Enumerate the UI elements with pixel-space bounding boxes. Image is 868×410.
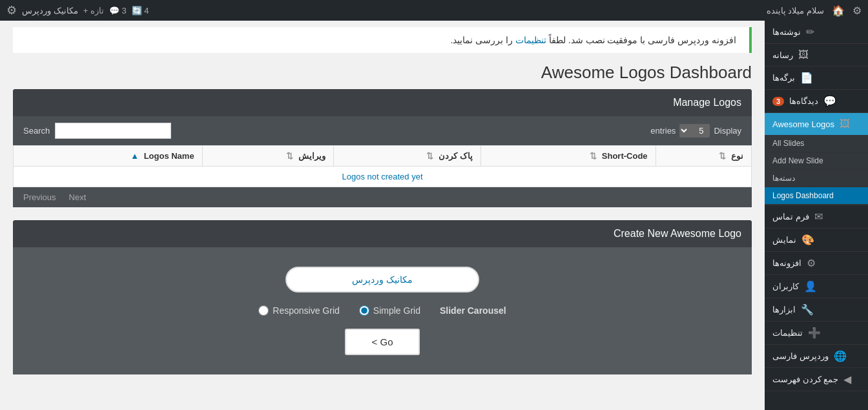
wp-logo[interactable]: ⚙ — [852, 5, 862, 17]
create-body: مکانیک وردپرس Slider Carousel Simple Gri… — [13, 247, 752, 374]
go-button[interactable]: < Go — [345, 329, 420, 355]
manage-logos-header: Manage Logos — [13, 89, 752, 116]
user-greeting[interactable]: سلام میلاد پاینده — [767, 6, 824, 15]
adminbar-right: سلام میلاد پاینده 🏠 ⚙ — [767, 5, 862, 17]
collapse-label: جمع کردن فهرست — [772, 374, 838, 384]
media-label: رسانه — [772, 50, 793, 60]
categories-link[interactable]: دسته‌ها — [765, 170, 868, 187]
sidebar-item-collapse[interactable]: ◀ جمع کردن فهرست — [765, 368, 868, 391]
logos-dashboard-link[interactable]: Logos Dashboard — [765, 187, 868, 204]
logos-table: Logos Name ▲ ویرایش ⇅ پاک کردن ⇅ Short-C… — [13, 145, 752, 187]
sidebar-item-comments[interactable]: 💬 دیدگاه‌ها 3 — [765, 90, 868, 113]
manage-logos-section: Manage Logos Display 5 10 25 entries Sea… — [13, 89, 752, 207]
sort-arrow-type: ⇅ — [719, 151, 726, 161]
sidebar-item-contact[interactable]: ✉ فرم تماس — [765, 205, 868, 229]
next-link[interactable]: Next — [69, 192, 87, 202]
appearance-icon: 🎨 — [801, 234, 814, 246]
page-title-area: Awesome Logos Dashboard — [0, 53, 765, 89]
search-input[interactable] — [55, 123, 171, 139]
logo-input-text: مکانیک وردپرس — [352, 274, 413, 285]
col-logos-name[interactable]: Logos Name ▲ — [14, 146, 203, 167]
search-area: Search — [23, 123, 171, 139]
awesome-logos-submenu: All Slides Add New Slide دسته‌ها Logos D… — [765, 135, 868, 205]
simple-grid-label: Simple Grid — [373, 305, 420, 316]
submenu-logos-dashboard[interactable]: Logos Dashboard — [765, 187, 868, 205]
appearance-label: نمایش — [772, 235, 796, 245]
settings-label: تنظیمات — [772, 328, 803, 338]
sidebar-item-wp-persian[interactable]: 🌐 وردپرس فارسی — [765, 345, 868, 368]
type-label: نوع — [731, 151, 743, 161]
manage-logos-title: Manage Logos — [23, 97, 741, 108]
posts-label: نوشته‌ها — [772, 27, 801, 37]
comments-badge[interactable]: 💬 3 — [109, 6, 127, 15]
admin-bar: ⚙ مکانیک وردپرس + تازه 💬 3 🔄 4 سلام میلا… — [0, 0, 868, 21]
notice-text: افزونه وردپرس فارسی با موفقیت نصب شد. لط… — [450, 35, 736, 45]
sidebar-item-posts[interactable]: ✏ نوشته‌ها — [765, 21, 868, 44]
new-button[interactable]: + تازه — [83, 6, 104, 15]
go-btn-area: < Go — [26, 329, 739, 355]
logo-input-field[interactable]: مکانیک وردپرس — [285, 267, 479, 292]
posts-icon: ✏ — [806, 26, 814, 38]
all-slides-link[interactable]: All Slides — [765, 135, 868, 152]
admin-menu: ✏ نوشته‌ها 🖼 رسانه 📄 برگه‌ها 💬 دیدگاه‌ها… — [765, 21, 868, 391]
responsive-grid-label: Responsive Grid — [273, 305, 340, 316]
carousel-label: Slider Carousel — [440, 305, 506, 316]
entries-label: entries — [650, 126, 676, 136]
wp-admin-icon[interactable]: 🏠 — [832, 5, 845, 17]
entries-select[interactable]: 5 10 25 — [679, 124, 710, 138]
plugins-label: افزونه‌ها — [772, 258, 801, 268]
simple-grid-option[interactable]: Simple Grid — [359, 305, 420, 316]
col-shortcode[interactable]: Short-Code ⇅ — [480, 146, 656, 167]
notice-settings-link[interactable]: تنظیمات — [515, 35, 546, 45]
sidebar-item-plugins[interactable]: ⚙ افزونه‌ها — [765, 252, 868, 275]
add-new-slide-link[interactable]: Add New Slide — [765, 152, 868, 169]
sidebar-item-tools[interactable]: 🔧 ابزارها — [765, 298, 868, 322]
pages-icon: 📄 — [800, 72, 813, 84]
comments-icon: 💬 — [823, 95, 836, 107]
submenu-categories[interactable]: دسته‌ها — [765, 170, 868, 187]
display-label: Display — [714, 126, 741, 136]
wp-icon[interactable]: ⚙ — [6, 3, 17, 17]
sort-arrow-edit: ⇅ — [286, 151, 293, 161]
sidebar-item-awesome-logos[interactable]: 🖼 Awesome Logos All Slides Add New Slide… — [765, 113, 868, 205]
contact-label: فرم تماس — [772, 212, 809, 221]
wp-persian-icon: 🌐 — [834, 350, 847, 362]
sort-arrow-shortcode: ⇅ — [590, 151, 597, 161]
users-label: کاربران — [772, 282, 799, 291]
sidebar-item-media[interactable]: 🖼 رسانه — [765, 44, 868, 67]
adminbar-left: ⚙ مکانیک وردپرس + تازه 💬 3 🔄 4 — [6, 3, 149, 17]
edit-label: ویرایش — [298, 151, 326, 161]
sidebar-item-users[interactable]: 👤 کاربران — [765, 275, 868, 298]
create-title: Create New Awesome Logo — [23, 228, 741, 240]
comments-count-badge: 3 — [772, 97, 784, 106]
submenu-all-slides[interactable]: All Slides — [765, 135, 868, 152]
table-header-row: Logos Name ▲ ویرایش ⇅ پاک کردن ⇅ Short-C… — [14, 146, 752, 167]
responsive-grid-option[interactable]: Responsive Grid — [258, 305, 340, 316]
create-header: Create New Awesome Logo — [13, 220, 752, 247]
previous-link[interactable]: Previous — [23, 192, 56, 202]
create-section: Create New Awesome Logo مکانیک وردپرس Sl… — [13, 220, 752, 374]
site-name[interactable]: مکانیک وردپرس — [22, 6, 78, 15]
updates-badge[interactable]: 🔄 4 — [132, 6, 149, 15]
table-controls: Display 5 10 25 entries Search — [13, 116, 752, 145]
sidebar-item-pages[interactable]: 📄 برگه‌ها — [765, 67, 868, 90]
pages-label: برگه‌ها — [772, 73, 795, 83]
media-icon: 🖼 — [798, 49, 809, 61]
sort-arrow-delete: ⇅ — [426, 151, 433, 161]
col-edit[interactable]: ویرایش ⇅ — [202, 146, 333, 167]
sidebar-item-appearance[interactable]: 🎨 نمایش — [765, 229, 868, 252]
awesome-logos-label: Awesome Logos — [772, 119, 834, 129]
radio-options: Slider Carousel Simple Grid Responsive G… — [26, 305, 739, 316]
responsive-grid-radio[interactable] — [258, 305, 269, 316]
search-button[interactable]: Search — [23, 126, 50, 136]
submenu-add-new[interactable]: Add New Slide — [765, 152, 868, 170]
settings-icon: ➕ — [808, 327, 821, 339]
sidebar-item-settings[interactable]: ➕ تنظیمات — [765, 322, 868, 345]
tools-label: ابزارها — [772, 305, 796, 314]
admin-sidebar: ✏ نوشته‌ها 🖼 رسانه 📄 برگه‌ها 💬 دیدگاه‌ها… — [765, 21, 868, 410]
logo-input-area: مکانیک وردپرس — [26, 267, 739, 292]
simple-grid-radio[interactable] — [359, 305, 369, 316]
col-delete[interactable]: پاک کردن ⇅ — [333, 146, 480, 167]
delete-label: پاک کردن — [439, 151, 473, 161]
col-type[interactable]: نوع ⇅ — [656, 146, 751, 167]
